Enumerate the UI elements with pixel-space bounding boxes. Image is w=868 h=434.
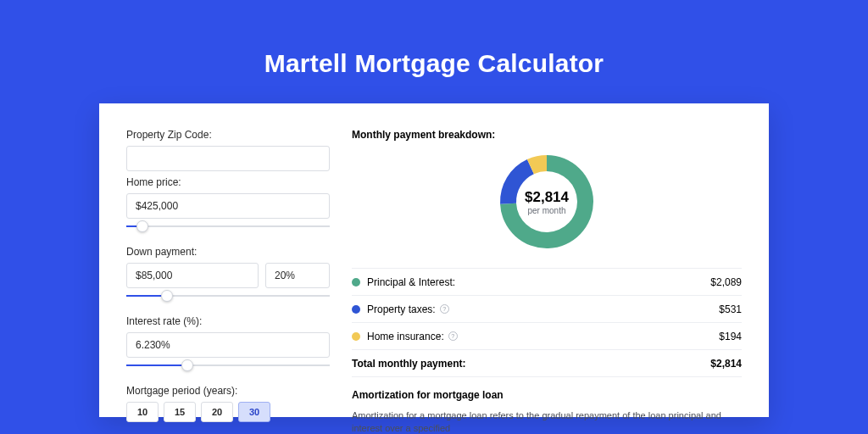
legend: Principal & Interest:$2,089Property taxe… — [352, 268, 742, 377]
price-group: Home price: — [126, 176, 330, 241]
legend-row-tax: Property taxes:?$531 — [352, 296, 742, 323]
donut-sub: per month — [527, 206, 565, 215]
price-input[interactable] — [126, 193, 330, 219]
legend-dot-icon — [352, 332, 360, 341]
legend-dot-icon — [352, 278, 360, 287]
period-label: Mortgage period (years): — [126, 385, 330, 397]
legend-row-ins: Home insurance:?$194 — [352, 323, 742, 350]
amortization-body: Amortization for a mortgage loan refers … — [352, 409, 742, 434]
help-icon[interactable]: ? — [448, 331, 458, 341]
rate-group: Interest rate (%): — [126, 315, 330, 380]
down-slider[interactable] — [126, 290, 330, 302]
breakdown-title: Monthly payment breakdown: — [352, 129, 742, 141]
period-option-30[interactable]: 30 — [238, 402, 270, 422]
legend-row-total: Total monthly payment:$2,814 — [352, 350, 742, 377]
legend-name: Home insurance:? — [367, 331, 719, 342]
price-slider[interactable] — [126, 220, 330, 232]
down-pct-input[interactable] — [265, 263, 330, 288]
app-root: Martell Mortgage Calculator Property Zip… — [0, 0, 868, 434]
period-options: 10152030 — [126, 402, 330, 422]
amortization-section: Amortization for mortgage loan Amortizat… — [352, 389, 742, 434]
legend-name: Principal & Interest: — [367, 276, 710, 288]
zip-label: Property Zip Code: — [126, 129, 330, 141]
page-title: Martell Mortgage Calculator — [264, 49, 604, 78]
legend-value: $194 — [719, 331, 742, 342]
price-label: Home price: — [126, 176, 330, 188]
breakdown-column: Monthly payment breakdown: $2,814 per mo… — [352, 129, 742, 392]
calculator-card: Property Zip Code: Home price: Down paym… — [99, 103, 769, 417]
down-amount-input[interactable] — [126, 263, 259, 288]
rate-slider[interactable] — [126, 359, 330, 371]
amortization-title: Amortization for mortgage loan — [352, 389, 742, 401]
rate-label: Interest rate (%): — [126, 315, 330, 327]
zip-group: Property Zip Code: — [126, 129, 330, 171]
legend-value: $2,089 — [710, 276, 742, 288]
legend-total-value: $2,814 — [710, 358, 742, 370]
period-option-20[interactable]: 20 — [201, 402, 233, 422]
period-option-10[interactable]: 10 — [126, 402, 159, 422]
period-option-15[interactable]: 15 — [164, 402, 196, 422]
legend-total-name: Total monthly payment: — [352, 358, 710, 370]
donut-chart: $2,814 per month — [352, 151, 742, 253]
inputs-column: Property Zip Code: Home price: Down paym… — [126, 129, 330, 392]
down-label: Down payment: — [126, 246, 330, 258]
legend-row-pi: Principal & Interest:$2,089 — [352, 269, 742, 296]
period-group: Mortgage period (years): 10152030 — [126, 385, 330, 422]
help-icon[interactable]: ? — [440, 304, 449, 314]
donut-amount: $2,814 — [525, 189, 569, 206]
legend-name: Property taxes:? — [367, 303, 719, 315]
zip-input[interactable] — [126, 146, 330, 171]
rate-input[interactable] — [126, 332, 330, 358]
legend-dot-icon — [352, 305, 360, 314]
down-group: Down payment: — [126, 246, 330, 310]
legend-value: $531 — [719, 303, 742, 315]
